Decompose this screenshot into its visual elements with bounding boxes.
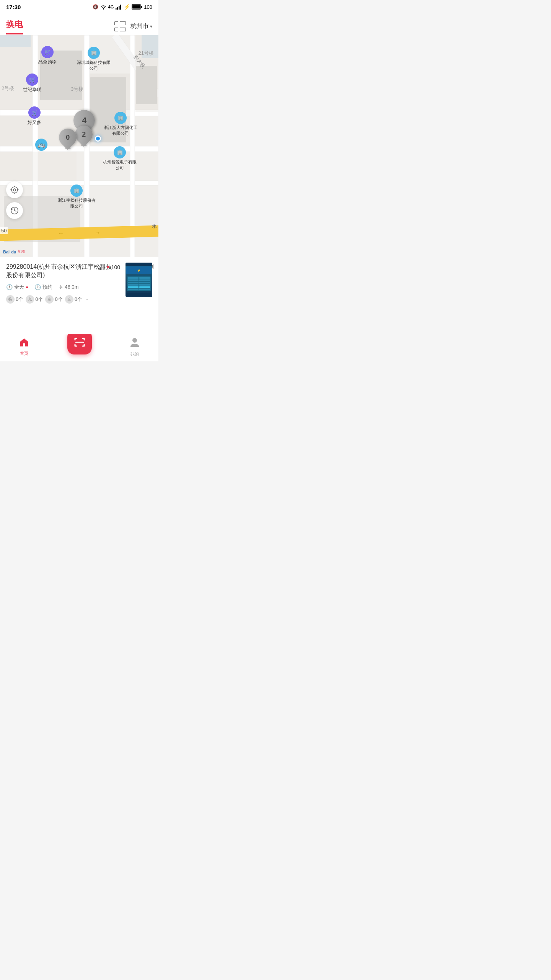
poi-shiji: 🛒 世纪华联: [23, 74, 41, 93]
hours-label: 全天: [14, 284, 24, 291]
signal-bars: [98, 264, 104, 270]
clock-icon: 🕐: [6, 284, 13, 290]
poi-label-pinquan: 品全购物: [38, 59, 57, 65]
svg-rect-1: [117, 7, 118, 10]
slot-type-1: 换: [8, 297, 12, 302]
nav-profile-label: 我的: [130, 351, 139, 357]
pin-count-2: 2: [82, 131, 86, 139]
chevron-down-icon: ▾: [150, 24, 152, 29]
poi-yusong: 🏢 浙江宇松科技股份有限公司: [57, 185, 96, 209]
poi-label-shiji: 世纪华联: [23, 87, 41, 93]
baidu-logo: Bai: [3, 250, 10, 254]
slot-item-4: 充 0个: [65, 295, 82, 304]
scan-icon: [73, 337, 86, 348]
header: 换电 杭州市 ▾: [0, 14, 158, 35]
navigation-icon: ✈: [59, 284, 63, 290]
baidu-watermark: Bai du 地图: [3, 249, 25, 254]
svg-point-29: [11, 187, 18, 193]
station-image: ⚡: [126, 263, 152, 297]
poi-zhejiangyuda: 🏢 浙江浙大方圆化工有限公司: [103, 112, 138, 136]
poi-label-hangzhouzhiyuan: 杭州智源电子有限公司: [103, 159, 137, 171]
poi-pinquan: 🛒 品全购物: [38, 46, 57, 65]
svg-rect-5: [141, 6, 142, 8]
city-selector[interactable]: 杭州市 ▾: [130, 22, 152, 30]
more-indicator: -: [86, 296, 88, 303]
poi-haoyou: 🛒 好又多: [28, 106, 41, 126]
poi-icon-shiji: 🛒: [26, 74, 38, 86]
slot-icon-3: 空: [45, 295, 54, 304]
building-label-21: 21号楼: [139, 50, 154, 57]
svg-rect-26: [136, 66, 157, 104]
pin-count-0: 0: [66, 134, 70, 142]
grid-toggle-button[interactable]: [114, 21, 126, 31]
svg-point-37: [132, 338, 137, 343]
station-card: 299280014(杭州市余杭区浙江宇松科技股份有限公司) 🕐 全天 ● 🕐 预…: [0, 257, 158, 334]
bookable-label: 预约: [42, 284, 52, 291]
status-bar: 17:30 🔇 4G ⚡ 100: [0, 0, 158, 14]
road-arrow-right: →: [95, 229, 101, 236]
slot-type-4: 充: [67, 297, 71, 302]
svg-rect-2: [119, 6, 120, 10]
poi-label-haoyou: 好又多: [28, 119, 41, 126]
location-button[interactable]: [6, 181, 23, 198]
poi-icon-office2: 🏢: [114, 112, 127, 124]
slot-icon-1: 换: [6, 295, 15, 304]
map-container[interactable]: 21号楼 2号楼 3号楼 荆大线 🛒 品全购物 🛒 世纪华联 🛒 好又多 🏢 深…: [0, 35, 158, 257]
open-icon: ●: [26, 284, 28, 290]
distance-label: 46.0m: [65, 284, 78, 290]
poi-icon-haoyou: 🛒: [28, 106, 41, 119]
poi-label-yusong: 浙江宇松科技股份有限公司: [57, 198, 96, 209]
map-controls: [6, 181, 23, 219]
poi-label-shenzhen: 深圳城铄科技有限公司: [77, 60, 111, 71]
crosshair-icon: [10, 186, 19, 194]
city-name: 杭州市: [130, 22, 149, 30]
header-right: 杭州市 ▾: [114, 21, 152, 31]
history-button[interactable]: [6, 202, 23, 219]
status-icons: 🔇 4G ⚡ 100: [93, 4, 152, 10]
slot-count-1: 0个: [16, 296, 23, 303]
poi-icon-shopping: 🛒: [41, 46, 54, 58]
map-pin-0[interactable]: 0: [59, 129, 77, 149]
building-label-3: 3号楼: [71, 86, 83, 93]
poi-icon-office4: 🏢: [70, 185, 83, 197]
poi-icon-office1: 🏢: [88, 47, 100, 59]
charging-icon: ⚡: [124, 4, 130, 10]
clock-icon2: 🕐: [34, 284, 41, 290]
svg-point-30: [13, 189, 16, 191]
profile-icon: [130, 337, 140, 350]
pin-count-4: 4: [82, 116, 86, 126]
history-icon: [10, 206, 19, 215]
battery-level: 100: [144, 4, 152, 10]
booking-info: 🕐 预约: [34, 284, 52, 291]
battery-icon: [132, 4, 142, 10]
nav-profile[interactable]: 我的: [130, 337, 140, 357]
device-battery: 100: [111, 264, 120, 270]
page-title: 换电: [6, 19, 23, 34]
slot-count-3: 0个: [55, 296, 62, 303]
slot-type-2: 充: [28, 297, 32, 302]
slot-item-3: 空 0个: [45, 295, 62, 304]
baidu-map-text: 地图: [18, 249, 25, 254]
signal-error-icon: ✕: [106, 265, 110, 270]
distance-info: ✈ 46.0m: [59, 284, 78, 290]
signal-battery-info: ✕ 100: [98, 264, 120, 270]
nav-home-label: 首页: [20, 351, 28, 356]
bus-stop-icon: 🚌: [35, 139, 47, 151]
poi-hangzhouzhiyuan: 🏢 杭州智源电子有限公司: [103, 146, 137, 171]
slot-count-2: 0个: [35, 296, 43, 303]
map-pin-2[interactable]: 2: [75, 126, 93, 146]
poi-icon-office3: 🏢: [114, 146, 126, 158]
slot-icon-4: 充: [65, 295, 73, 304]
slot-item-2: 充 0个: [26, 295, 43, 304]
slot-item-1: 换 0个: [6, 295, 23, 304]
network-type: 4G: [108, 5, 114, 9]
nav-home[interactable]: 首页: [19, 337, 29, 356]
bottom-nav: 首页 我的: [0, 334, 158, 361]
wifi-icon: [100, 4, 107, 10]
slot-type-3: 空: [47, 297, 51, 302]
svg-rect-0: [116, 8, 117, 10]
mic-muted-icon: 🔇: [93, 4, 98, 10]
hours-info: 🕐 全天 ●: [6, 284, 28, 291]
svg-rect-18: [0, 35, 33, 110]
road-label-50: 50: [0, 227, 8, 234]
